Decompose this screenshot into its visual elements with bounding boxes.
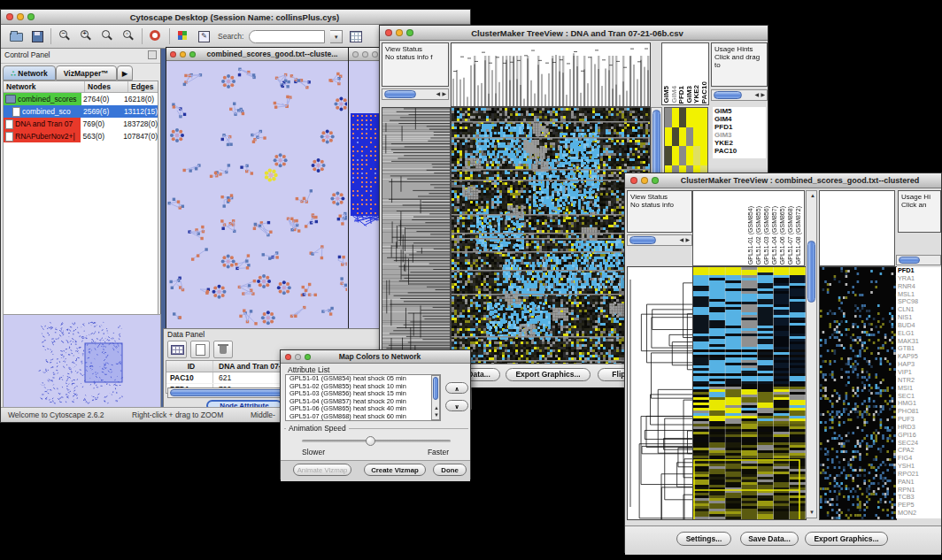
control-panel-header: Control Panel bbox=[1, 49, 160, 64]
tv2-secondary-heatmap[interactable] bbox=[819, 266, 897, 520]
network-table-body: combined_scores 2764(0) 16218(0) combine… bbox=[4, 93, 158, 142]
help-lifesaver-icon[interactable] bbox=[148, 28, 164, 44]
tv1-right-hscrollbar[interactable]: ◀▶ bbox=[711, 89, 768, 101]
tv2-heatmap[interactable] bbox=[692, 266, 807, 520]
open-file-icon[interactable] bbox=[8, 28, 24, 44]
window-controls[interactable] bbox=[6, 13, 35, 20]
tv2-left-hscrollbar[interactable]: ◀▶ bbox=[627, 234, 692, 246]
main-window-title: Cytoscape Desktop (Session Name: collins… bbox=[35, 12, 435, 22]
data-panel-title: Data Panel bbox=[167, 330, 205, 339]
frame-minimize-button[interactable] bbox=[180, 51, 186, 58]
close-button[interactable] bbox=[6, 13, 13, 20]
network-row[interactable]: combined_sco 2569(6) 13112(15) bbox=[4, 105, 158, 118]
float-panel-icon[interactable] bbox=[148, 50, 157, 59]
tv1-close-button[interactable] bbox=[385, 29, 392, 36]
tv1-heatmap[interactable] bbox=[451, 107, 651, 365]
network-view-frame: combined_scores_good.txt--cluste... bbox=[166, 47, 350, 330]
main-title-bar[interactable]: Cytoscape Desktop (Session Name: collins… bbox=[1, 10, 470, 25]
tv1-column-dendrogram[interactable] bbox=[451, 42, 651, 107]
tv1-usage-hints: Usage Hints Click and drag to bbox=[711, 42, 768, 87]
treeview1-title: ClusterMaker TreeView : DNA and Tran 07-… bbox=[413, 28, 741, 38]
minimize-button[interactable] bbox=[17, 13, 24, 20]
network-tab-icon: ∴ bbox=[11, 69, 16, 78]
tv1-row-label: GIM3 bbox=[714, 131, 766, 139]
attribute-listbox[interactable]: GPL51-01 (GSM854) heat shock 05 minGPL51… bbox=[285, 374, 441, 421]
dialog-close-button[interactable] bbox=[285, 354, 291, 360]
attribute-select-icon[interactable] bbox=[167, 341, 187, 358]
tv2-close-button[interactable] bbox=[630, 177, 637, 184]
search-dropdown-arrow[interactable]: ▼ bbox=[330, 30, 343, 43]
tv2-column-label: GPL51-04 (GSM857) bbox=[770, 206, 778, 265]
treeview2-title-bar[interactable]: ClusterMaker TreeView : combined_scores_… bbox=[625, 173, 941, 188]
network-frame-title-bar[interactable]: combined_scores_good.txt--cluste... bbox=[166, 48, 349, 61]
tv1-row-label: GIM4 bbox=[714, 115, 766, 123]
done-button[interactable]: Done bbox=[433, 464, 467, 476]
search-input[interactable] bbox=[249, 30, 325, 43]
zoom-in-icon[interactable]: + bbox=[78, 28, 94, 44]
tv1-export-graphics-button[interactable]: Export Graphics... bbox=[506, 368, 591, 381]
create-vizmap-button[interactable]: Create Vizmap bbox=[364, 464, 426, 476]
annotation-icon[interactable]: ✎ bbox=[197, 28, 212, 44]
zoom-fit-icon[interactable] bbox=[99, 28, 115, 44]
frame-close-button[interactable] bbox=[170, 51, 176, 58]
tv2-vscrollbar[interactable]: ▲▼ bbox=[806, 190, 817, 518]
tv2-column-label: GPL51-01 (GSM854) bbox=[746, 206, 754, 265]
treeview2-title: ClusterMaker TreeView : combined_scores_… bbox=[659, 176, 941, 185]
network-row[interactable]: RNAPuberNov2+| 563(0) 107847(0) bbox=[4, 130, 158, 142]
network-row[interactable]: combined_scores 2764(0) 16218(0) bbox=[4, 93, 158, 105]
network-row[interactable]: DNA and Tran 07 769(0) 183728(0) bbox=[4, 118, 158, 130]
save-session-icon[interactable] bbox=[29, 28, 45, 44]
speed-slider-track[interactable] bbox=[302, 440, 451, 442]
import-table-icon[interactable] bbox=[348, 28, 364, 44]
zoom-selected-icon[interactable]: ▫ bbox=[120, 28, 136, 44]
network-table-header[interactable]: Network Nodes Edges bbox=[4, 81, 158, 93]
birds-eye-view[interactable] bbox=[3, 314, 161, 410]
zoom-button[interactable] bbox=[27, 13, 35, 20]
tab-vizmapper[interactable]: VizMapper™ bbox=[56, 65, 117, 81]
slower-label: Slower bbox=[302, 448, 325, 456]
new-attribute-icon[interactable] bbox=[190, 341, 210, 358]
tv1-row-labels: GIM5GIM4PFD1GIM3YKE2PAC10 bbox=[713, 107, 766, 158]
tv2-column-label: GPL51-06 (GSM865) bbox=[778, 206, 786, 265]
tv2-column-labels: GPL51-01 (GSM854)GPL51-02 (GSM855)GPL51-… bbox=[692, 190, 805, 266]
tv1-row-label: GIM5 bbox=[714, 107, 766, 115]
tv1-zoom-button[interactable] bbox=[406, 29, 413, 36]
delete-attribute-icon[interactable] bbox=[213, 341, 233, 358]
tv2-column-label: GPL51-07 (GSM868) bbox=[786, 206, 794, 265]
animate-vizmap-button[interactable]: Animate Vizmap bbox=[293, 464, 351, 476]
tv2-settings-button[interactable]: Settings... bbox=[676, 532, 731, 546]
control-panel-tabs: ∴ Network VizMapper™ ▶ bbox=[3, 65, 158, 81]
move-up-button[interactable]: ∧ bbox=[445, 382, 468, 394]
tv1-row-label: PFD1 bbox=[714, 123, 766, 131]
attribute-list-label: Attribute List bbox=[285, 365, 332, 374]
vizmapper-icon[interactable] bbox=[175, 28, 191, 44]
tv2-minimize-button[interactable] bbox=[641, 177, 648, 184]
tab-network[interactable]: ∴ Network bbox=[3, 65, 56, 81]
speed-slider-thumb[interactable] bbox=[366, 436, 375, 446]
tab-overflow-arrow[interactable]: ▶ bbox=[117, 65, 134, 81]
search-label: Search: bbox=[218, 32, 243, 41]
tv2-view-status: View Status No status info bbox=[627, 190, 692, 233]
tv1-left-hscrollbar[interactable]: ◀▶ bbox=[382, 88, 449, 100]
attribute-list-scrollbar[interactable]: ▲▼ bbox=[431, 375, 440, 420]
move-down-button[interactable]: ∨ bbox=[445, 400, 468, 411]
tv2-export-graphics-button[interactable]: Export Graphics... bbox=[805, 532, 888, 546]
network-canvas[interactable] bbox=[166, 62, 347, 328]
tv2-gene-hscrollbar[interactable] bbox=[896, 255, 941, 265]
dialog-title-bar[interactable]: Map Colors to Network bbox=[281, 350, 470, 364]
frame-zoom-button[interactable] bbox=[189, 51, 196, 58]
dialog-zoom-button[interactable] bbox=[305, 354, 311, 360]
treeview1-title-bar[interactable]: ClusterMaker TreeView : DNA and Tran 07-… bbox=[380, 26, 768, 41]
tv1-row-label: PAC10 bbox=[714, 147, 766, 155]
tv2-row-dendrogram[interactable] bbox=[627, 266, 694, 520]
network-row-icon bbox=[5, 132, 13, 142]
tv2-zoom-button[interactable] bbox=[652, 177, 659, 184]
attribute-item[interactable]: GPL51-07 (GSM868) heat shock 60 min bbox=[288, 413, 431, 421]
gene-label: MON2 bbox=[898, 510, 941, 518]
tv1-minimize-button[interactable] bbox=[396, 29, 403, 36]
tv1-row-dendrogram[interactable] bbox=[382, 107, 451, 365]
zoom-out-icon[interactable]: − bbox=[57, 28, 73, 44]
tv2-upper-right-panel bbox=[819, 190, 895, 266]
tv2-save-data-button[interactable]: Save Data... bbox=[740, 532, 799, 546]
tv2-gene-list: PFD1YRA1RNR4MSL1SPC98CLN1NIS1BUD4ELG1MAK… bbox=[896, 267, 941, 518]
